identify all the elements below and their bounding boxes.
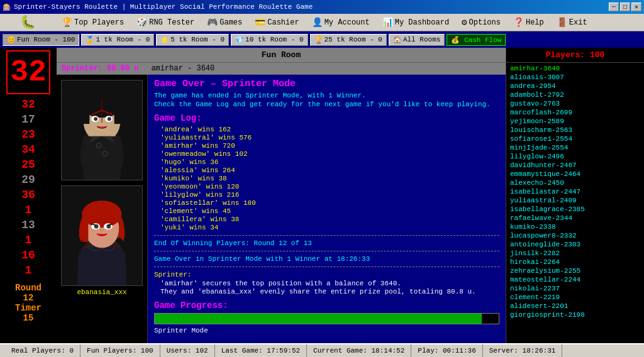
log-entry: 'owenmeadow' wins 102 [154,150,499,158]
player-item[interactable]: davidhunter-2467 [509,161,641,170]
card-icon: 💳 [255,17,265,28]
hist-num-8: 1 [19,203,38,217]
room-name: Fun Room [262,50,301,60]
log-entry: 'clement' wins 45 [154,207,499,215]
menu-cashier[interactable]: 💳 Cashier [249,14,304,30]
right-panel: Players: 100 amirhar-3640alioasis-3007an… [506,48,644,343]
hist-num-11: 16 [19,248,38,262]
log-entry: 'kumiko' wins 38 [154,175,499,182]
player-item[interactable]: zehraelysium-2255 [509,266,641,275]
svg-rect-5 [82,99,89,124]
players-header: Players: 100 [506,48,644,63]
sprinter-detail1: 'amirhar' secures the top position with … [154,280,499,287]
player-item[interactable]: mateostellar-2244 [509,275,641,284]
play-status: Play: 00:11:36 [411,344,482,357]
players-list[interactable]: amirhar-3640alioasis-3007andrea-2954adam… [506,63,644,343]
hist-num-5: 25 [19,158,38,172]
current-number: 32 [6,50,50,94]
close-button[interactable]: ✕ [631,3,641,11]
player-item[interactable]: rafaelwave-2344 [509,214,641,222]
room-fun[interactable]: 😊 Fun Room - 100 [3,34,79,46]
room-25tk[interactable]: 🏆 25 tk Room - 0 [310,34,387,46]
progress-title: Game Progress: [154,300,499,310]
last-game-status: Last Game: 17:59:52 [215,344,307,357]
player-item[interactable]: lucaspower8-2332 [509,231,641,240]
menu-options[interactable]: ⚙ Options [456,14,506,30]
game-content[interactable]: Game Over – Sprinter Mode The game has e… [148,75,506,343]
diamond-icon: 💎 [235,36,244,44]
player-item[interactable]: andrea-2954 [509,82,641,91]
number-history: 32 17 23 34 25 29 36 1 13 1 16 1 [18,97,38,278]
player-item[interactable]: hirokai-2264 [509,258,641,266]
divider-1 [154,235,499,236]
player-item[interactable]: amirhar-3640 [509,64,641,73]
current-game-status: Current Game: 18:14:52 [307,344,411,357]
avatar-svg-1 [62,80,142,180]
player-item[interactable]: kumiko-2338 [509,222,641,231]
player-item[interactable]: alidesert-2201 [509,302,641,310]
exit-icon: 🚪 [557,17,567,28]
menu-dashboard[interactable]: 📊 My Dashboard [377,14,455,30]
player-item[interactable]: alioasis-3007 [509,73,641,82]
player-item[interactable]: isabellagrace-2385 [509,205,641,214]
svg-rect-6 [114,99,122,124]
center-sub-header: Sprinter: 80.80 u amirhar - 3640 [57,63,506,75]
player-item[interactable]: giorgiosprint-2198 [509,310,641,319]
cash-flow-button[interactable]: 💰 Cash Flow [447,34,506,46]
money-icon: 💰 [451,36,460,44]
room-10tk[interactable]: 💎 10 tk Room - 0 [231,34,308,46]
game-over-sprinter: Game Over in Sprinter Mode with 1 Winner… [154,255,499,263]
maximize-button[interactable]: □ [620,3,630,11]
player-item[interactable]: louischarm-2563 [509,126,641,135]
player-item[interactable]: lilyglow-2496 [509,152,641,161]
room-5tk[interactable]: ⭐ 5 tk Room - 0 [156,34,229,46]
player-avatar-1 [61,80,143,180]
trophy-icon: 🏆 [62,17,72,28]
player-item[interactable]: jinsilk-2282 [509,249,641,258]
player-item[interactable]: adambolt-2792 [509,91,641,99]
player-item[interactable]: gustavo-2763 [509,99,641,108]
menu-help[interactable]: ❓ Help [508,14,550,30]
timer-label: Timer [15,303,42,313]
game-log-title: Game Log: [154,113,499,123]
svg-rect-12 [83,136,120,180]
menu-top-players[interactable]: 🏆 Top Players [56,14,130,30]
game-over-line2: Check the Game Log and get ready for the… [154,101,499,108]
menu-rng-tester[interactable]: 🎲 RNG Tester [131,14,200,30]
player-item[interactable]: clement-2219 [509,293,641,302]
player-item[interactable]: nikolai-2237 [509,284,641,293]
player-item[interactable]: antoineglide-2303 [509,240,641,249]
player-item[interactable]: marcoflash-2699 [509,108,641,117]
menu-games[interactable]: 🎮 Games [201,14,248,30]
room-1tk[interactable]: 🏅 1 tk Room - 0 [81,34,154,46]
real-players-status: Real Players: 0 [5,344,80,357]
game-over-line1: The game has ended in Sprinter Mode, wit… [154,92,499,99]
house-icon: 🏠 [393,36,402,44]
titlebar: 🎰 Sprinter-Stayers Roulette | Multiplaye… [0,0,644,14]
menubar: 🐛 🏆 Top Players 🎲 RNG Tester 🎮 Games 💳 C… [0,14,644,31]
log-entry: 'andrea' wins 162 [154,126,499,133]
player-item[interactable]: alexecho-2450 [509,178,641,187]
menu-exit[interactable]: 🚪 Exit [551,14,593,30]
center-body: ebanasia_xxx Game Over – Sprinter Mode T… [57,75,506,343]
player-item[interactable]: yuliaastral-2409 [509,196,641,205]
minimize-button[interactable]: ─ [609,3,619,11]
room-all[interactable]: 🏠 All Rooms [389,34,445,46]
log-entry: 'lilyglow' wins 216 [154,191,499,199]
player2-name: ebanasia_xxx [77,288,126,296]
player-item[interactable]: emmamystique-2464 [509,170,641,178]
sprinter-header: Sprinter: [154,271,499,278]
player-item[interactable]: minjIjade-2554 [509,143,641,152]
app-title: Sprinter-Stayers Roulette | Multiplayer … [14,3,313,11]
dashboard-icon: 📊 [382,17,393,28]
room-header: Fun Room [57,48,506,63]
titlebar-controls: ─ □ ✕ [609,3,641,11]
player-item[interactable]: isabellastar-2447 [509,187,641,196]
divider-2 [154,251,499,251]
fun-icon: 😊 [7,36,16,44]
player-item[interactable]: yejimoon-2589 [509,117,641,126]
menu-account[interactable]: 👤 My Account [306,14,375,30]
round-label: Round [15,283,42,293]
log-entry: 'sofiastellar' wins 180 [154,199,499,207]
player-item[interactable]: sofiarose1-2554 [509,135,641,143]
